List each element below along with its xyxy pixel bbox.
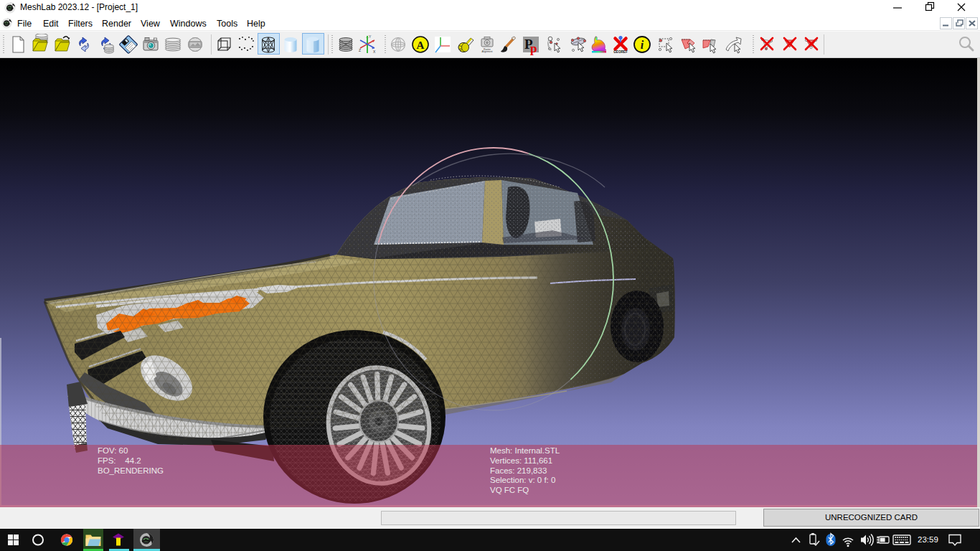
svg-text:Alignment: Alignment bbox=[481, 50, 492, 53]
svg-text:p: p bbox=[530, 42, 537, 55]
svg-text:X: X bbox=[373, 50, 376, 54]
svg-text:A: A bbox=[417, 39, 425, 51]
svg-text:Y: Y bbox=[369, 34, 372, 39]
svg-text:GEOREF: GEOREF bbox=[613, 50, 628, 54]
svg-text:Z: Z bbox=[359, 48, 361, 52]
svg-text:i: i bbox=[641, 39, 644, 51]
